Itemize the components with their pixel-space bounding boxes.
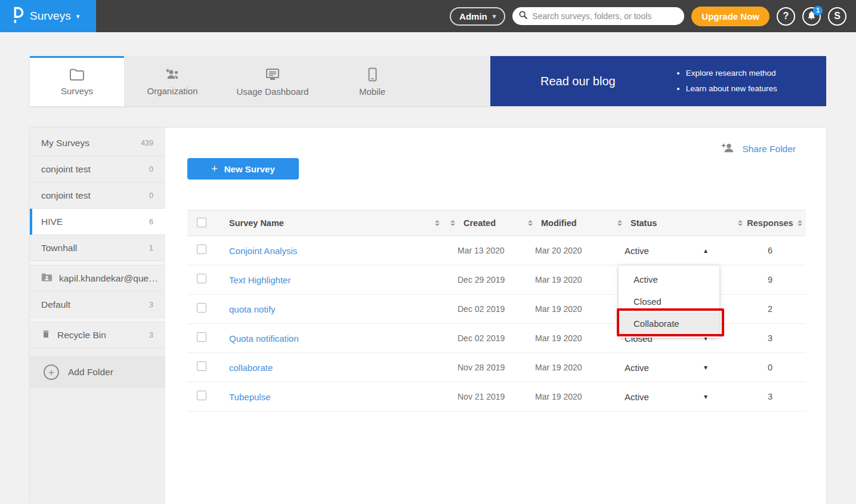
sidebar-item-conjoint-test-2[interactable]: conjoint test 0 [30, 183, 165, 209]
help-button[interactable]: ? [777, 7, 795, 26]
survey-table: Survey Name Created Modified Status [187, 210, 806, 412]
survey-name-link[interactable]: Text Highlighter [229, 275, 291, 285]
notifications-button[interactable]: 1 [802, 7, 821, 26]
sort-icon[interactable] [617, 220, 622, 226]
created-date: Dec 02 2019 [448, 333, 526, 343]
add-folder-button[interactable]: + Add Folder [30, 356, 165, 388]
product-switcher[interactable]: Surveys ▾ [0, 0, 96, 32]
survey-name-link[interactable]: quota notify [229, 304, 276, 314]
mobile-icon [368, 67, 377, 82]
folder-label: HIVE [41, 217, 63, 227]
created-date: Nov 21 2019 [448, 392, 526, 401]
folder-label: My Surveys [41, 138, 89, 149]
sidebar-divider [30, 318, 165, 322]
product-label: Surveys [30, 10, 71, 23]
folder-label: conjoint test [41, 164, 91, 175]
sidebar-divider [30, 261, 165, 265]
select-all-checkbox[interactable] [197, 218, 206, 227]
search-input[interactable] [532, 11, 681, 21]
survey-list-panel: Share Folder + New Survey Survey Name Cr… [165, 128, 826, 504]
table-row: Conjoint Analysis Mar 13 2020 Mar 20 202… [187, 236, 806, 265]
sidebar-item-shared-account[interactable]: kapil.khandekar@que… [30, 265, 165, 292]
folder-sidebar: My Surveys 439 conjoint test 0 conjoint … [30, 128, 165, 504]
folder-count: 3 [149, 331, 153, 339]
responses-count: 2 [734, 304, 806, 314]
avatar[interactable]: S [828, 7, 846, 26]
sidebar-item-recycle-bin[interactable]: Recycle Bin 3 [30, 322, 165, 348]
banner-bullet: Learn about new features [686, 81, 777, 97]
sidebar-item-conjoint-test-1[interactable]: conjoint test 0 [30, 156, 165, 183]
tab-usage-dashboard[interactable]: Usage Dashboard [221, 56, 325, 106]
responses-count: 3 [734, 333, 806, 343]
row-checkbox[interactable] [197, 245, 206, 254]
sort-icon[interactable] [738, 220, 743, 226]
admin-menu[interactable]: Admin ▾ [450, 7, 505, 26]
modified-date: Mar 19 2020 [526, 333, 615, 343]
banner-bullet-list: Explore research method Learn about new … [686, 66, 777, 97]
created-date: Dec 29 2019 [448, 275, 526, 285]
folder-label: Default [41, 299, 70, 310]
status-option-collaborate[interactable]: Collaborate [619, 313, 719, 335]
sort-icon[interactable] [450, 220, 455, 226]
column-header-responses[interactable]: Responses [747, 218, 793, 228]
row-checkbox[interactable] [197, 274, 206, 283]
tab-organization[interactable]: Organization [124, 56, 221, 106]
tab-label: Surveys [61, 86, 93, 96]
upgrade-now-button[interactable]: Upgrade Now [691, 7, 770, 26]
global-search[interactable] [512, 7, 684, 25]
created-date: Nov 28 2019 [448, 363, 526, 372]
sort-icon[interactable] [528, 220, 533, 226]
status-dropdown-trigger[interactable]: Active ▾ [615, 363, 734, 373]
folder-count: 6 [149, 218, 153, 226]
modified-date: Mar 19 2020 [526, 304, 615, 314]
status-value: Active [625, 363, 649, 373]
column-header-created[interactable]: Created [463, 218, 496, 228]
survey-name-link[interactable]: Tubepulse [229, 392, 271, 402]
folder-count: 439 [141, 139, 153, 147]
row-checkbox[interactable] [197, 361, 206, 371]
sidebar-item-default[interactable]: Default 3 [30, 292, 165, 318]
table-row: Tubepulse Nov 21 2019 Mar 19 2020 Active… [187, 382, 806, 412]
table-header-row: Survey Name Created Modified Status [187, 210, 806, 236]
survey-name-link[interactable]: collaborate [229, 363, 273, 373]
row-checkbox[interactable] [197, 303, 206, 313]
status-value: Active [625, 392, 649, 402]
sidebar-item-my-surveys[interactable]: My Surveys 439 [30, 130, 165, 156]
share-folder-label: Share Folder [742, 144, 796, 154]
new-survey-label: New Survey [224, 164, 275, 174]
sort-icon[interactable] [798, 220, 802, 226]
sidebar-item-hive[interactable]: HIVE 6 [30, 209, 165, 235]
responses-count: 9 [734, 275, 806, 285]
status-option-active[interactable]: Active [619, 268, 719, 290]
row-checkbox[interactable] [197, 391, 206, 400]
tab-surveys[interactable]: Surveys [30, 56, 124, 106]
modified-date: Mar 19 2020 [526, 275, 615, 285]
column-header-status[interactable]: Status [631, 218, 657, 228]
table-row: collaborate Nov 28 2019 Mar 19 2020 Acti… [187, 353, 806, 382]
share-folder-link[interactable]: Share Folder [721, 143, 796, 155]
survey-name-link[interactable]: Conjoint Analysis [229, 246, 297, 256]
modified-date: Mar 20 2020 [526, 246, 615, 255]
column-header-survey-name[interactable]: Survey Name [229, 218, 284, 228]
add-folder-label: Add Folder [68, 367, 113, 378]
status-dropdown-trigger[interactable]: Active ▾ [615, 392, 734, 402]
folder-count: 3 [149, 301, 153, 309]
created-date: Dec 02 2019 [448, 304, 526, 314]
tab-mobile[interactable]: Mobile [325, 56, 420, 106]
sidebar-item-townhall[interactable]: Townhall 1 [30, 235, 165, 261]
status-dropdown-trigger[interactable]: Active ▴ [615, 246, 734, 256]
tab-label: Organization [147, 86, 197, 96]
survey-name-link[interactable]: Quota notification [229, 333, 299, 344]
sort-icon[interactable] [435, 220, 440, 226]
status-option-closed[interactable]: Closed [619, 290, 719, 313]
banner-title: Read our blog [540, 75, 616, 88]
column-header-modified[interactable]: Modified [541, 218, 577, 228]
folder-label: kapil.khandekar@que… [59, 273, 158, 284]
status-value: Active [625, 246, 649, 256]
tab-label: Usage Dashboard [237, 86, 309, 97]
row-checkbox[interactable] [197, 332, 206, 342]
new-survey-button[interactable]: + New Survey [187, 158, 299, 180]
status-dropdown-menu: Active Closed Collaborate [619, 265, 719, 338]
tab-strip: Surveys Organization Usage Dashboard Mob… [30, 56, 826, 106]
blog-promo-banner[interactable]: Read our blog Explore research method Le… [490, 56, 826, 106]
